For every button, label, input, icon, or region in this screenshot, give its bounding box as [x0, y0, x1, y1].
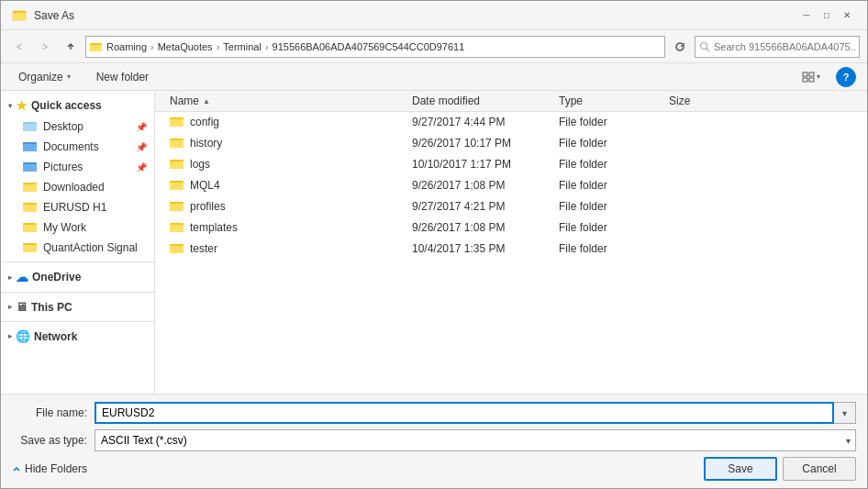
folder-address-icon [90, 40, 103, 53]
svg-rect-16 [23, 144, 37, 151]
documents-folder-icon [23, 139, 38, 154]
crumb-metaquotes[interactable]: MetaQuotes [158, 41, 213, 52]
svg-rect-4 [90, 45, 102, 51]
organize-button[interactable]: Organize ▾ [12, 68, 77, 86]
quick-access-star-icon: ★ [16, 98, 28, 113]
sidebar-desktop-label: Desktop [43, 120, 83, 133]
savetype-select[interactable]: ASCII Text (*.csv) [95, 429, 856, 451]
pin-icon-documents: 📌 [136, 142, 147, 152]
network-label: Network [34, 330, 77, 343]
table-row[interactable]: tester 10/4/2017 1:35 PM File folder [155, 239, 867, 260]
refresh-button[interactable] [669, 36, 691, 58]
dialog-icon [12, 8, 27, 23]
table-row[interactable]: logs 10/10/2017 1:17 PM File folder [155, 154, 867, 175]
svg-rect-37 [170, 140, 184, 148]
sidebar-divider-3 [1, 321, 154, 322]
mywork-folder-icon [23, 220, 38, 235]
onedrive-label: OneDrive [32, 271, 81, 283]
svg-rect-41 [172, 160, 175, 161]
svg-rect-22 [23, 184, 37, 192]
onedrive-icon: ☁ [16, 270, 28, 284]
table-row[interactable]: profiles 9/27/2017 4:21 PM File folder [155, 196, 867, 217]
sidebar-item-desktop[interactable]: Desktop 📌 [1, 117, 154, 137]
address-bar[interactable]: Roaming › MetaQuotes › Terminal › 915566… [85, 36, 665, 58]
table-row[interactable]: templates 9/26/2017 1:08 PM File folder [155, 217, 867, 239]
new-folder-button[interactable]: New folder [88, 68, 157, 86]
svg-rect-35 [172, 117, 175, 119]
sidebar-thispc[interactable]: ▸ 🖥 This PC [1, 296, 154, 317]
svg-rect-50 [172, 223, 175, 225]
sidebar-item-downloaded[interactable]: Downloaded [1, 177, 154, 197]
file-rows: config 9/27/2017 4:44 PM File folder his… [155, 112, 867, 260]
svg-rect-8 [803, 72, 807, 76]
filename-label: File name: [12, 406, 95, 419]
folder-icon [170, 115, 184, 129]
close-button[interactable]: ✕ [838, 6, 856, 25]
desktop-folder-icon [23, 119, 38, 134]
svg-rect-28 [23, 225, 37, 232]
table-row[interactable]: MQL4 9/26/2017 1:08 PM File folder [155, 175, 867, 196]
search-box[interactable] [695, 36, 860, 58]
svg-rect-23 [25, 183, 28, 184]
maximize-button[interactable]: □ [818, 6, 836, 25]
thispc-label: This PC [31, 301, 72, 314]
filename-input[interactable] [95, 402, 834, 424]
folder-icon [170, 157, 184, 172]
minimize-button[interactable]: ─ [797, 6, 816, 25]
sidebar-item-mywork[interactable]: My Work [1, 217, 154, 238]
table-row[interactable]: history 9/26/2017 10:17 PM File folder [155, 133, 867, 154]
svg-rect-11 [809, 78, 814, 82]
svg-rect-10 [803, 78, 807, 82]
hide-folders-icon [12, 464, 21, 473]
help-button[interactable]: ? [836, 67, 856, 87]
table-row[interactable]: config 9/27/2017 4:44 PM File folder [155, 112, 867, 133]
crumb-folder[interactable]: 915566BA06ADA407569C544CC0D97611 [273, 41, 465, 52]
save-as-dialog: Save As ─ □ ✕ Roaming › MetaQ [0, 0, 868, 489]
svg-rect-1 [13, 13, 26, 20]
save-button[interactable]: Save [704, 457, 777, 481]
back-button[interactable] [8, 36, 30, 58]
svg-rect-52 [170, 246, 184, 253]
svg-rect-49 [170, 225, 184, 232]
crumb-roaming[interactable]: Roaming [106, 41, 147, 52]
pc-icon: 🖥 [16, 300, 28, 314]
svg-rect-17 [25, 142, 28, 144]
crumb-terminal[interactable]: Terminal [223, 41, 262, 52]
svg-rect-25 [23, 205, 37, 212]
view-icon [802, 71, 815, 83]
col-date-header[interactable]: Date modified [412, 94, 559, 107]
sidebar-item-quantaction[interactable]: QuantAction Signal [1, 238, 154, 258]
downloaded-folder-icon [23, 180, 38, 194]
folder-icon [170, 136, 184, 150]
up-button[interactable] [60, 36, 82, 58]
forward-button[interactable] [34, 36, 56, 58]
view-button[interactable]: ▾ [797, 68, 825, 86]
col-size-header[interactable]: Size [669, 94, 742, 107]
svg-rect-9 [809, 72, 814, 76]
svg-line-7 [707, 48, 710, 51]
svg-rect-53 [172, 244, 175, 246]
svg-rect-20 [25, 162, 28, 164]
col-name-header[interactable]: Name ▲ [155, 94, 412, 107]
sidebar-downloaded-label: Downloaded [43, 181, 105, 194]
col-type-header[interactable]: Type [559, 94, 669, 107]
sidebar-item-eurusd[interactable]: EURUSD H1 [1, 197, 154, 217]
savetype-row: Save as type: ASCII Text (*.csv) [12, 429, 856, 451]
sidebar-item-documents[interactable]: Documents 📌 [1, 137, 154, 157]
svg-rect-19 [23, 164, 37, 172]
savetype-label: Save as type: [12, 434, 95, 447]
folder-icon [170, 241, 184, 256]
sidebar-onedrive[interactable]: ▸ ☁ OneDrive [1, 266, 154, 288]
svg-rect-13 [23, 124, 37, 131]
sidebar-item-pictures[interactable]: Pictures 📌 [1, 157, 154, 177]
sidebar-network[interactable]: ▸ 🌐 Network [1, 326, 154, 347]
view-chevron: ▾ [817, 72, 820, 81]
svg-rect-38 [172, 139, 175, 140]
search-input[interactable] [714, 41, 855, 52]
eurusd-folder-icon [23, 200, 38, 215]
hide-folders-button[interactable]: Hide Folders [12, 462, 87, 475]
file-list-header: Name ▲ Date modified Type Size [155, 91, 867, 112]
sidebar-quick-access[interactable]: ▾ ★ Quick access [1, 94, 154, 117]
filename-dropdown-btn[interactable]: ▾ [834, 402, 856, 424]
cancel-button[interactable]: Cancel [783, 457, 856, 481]
